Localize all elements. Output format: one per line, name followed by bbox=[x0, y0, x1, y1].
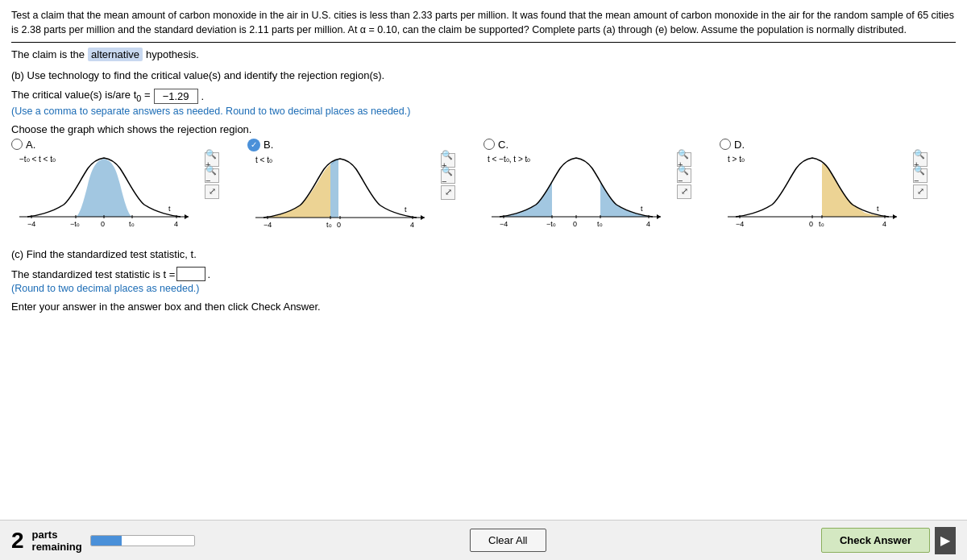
svg-text:t < t₀: t < t₀ bbox=[255, 156, 272, 164]
svg-text:0: 0 bbox=[573, 220, 577, 228]
svg-text:−4: −4 bbox=[500, 220, 508, 228]
svg-text:t₀: t₀ bbox=[819, 220, 824, 228]
svg-text:t > t₀: t > t₀ bbox=[728, 155, 745, 164]
part-c-input-line: The standardized test statistic is t = . bbox=[11, 267, 956, 281]
chart-A: −t₀ < t < t₀ bbox=[11, 152, 197, 241]
claim-highlight: alternative bbox=[88, 48, 143, 61]
critical-prefix: The critical value(s) is/are t0 = bbox=[11, 89, 151, 103]
graph-label-B: B. bbox=[264, 139, 273, 151]
critical-value-line: The critical value(s) is/are t0 = −1.29 … bbox=[11, 89, 956, 104]
graph-option-B-header[interactable]: ✓ B. bbox=[247, 139, 273, 151]
checkmark-B[interactable]: ✓ bbox=[247, 139, 260, 151]
graph-option-D-header[interactable]: D. bbox=[720, 139, 745, 151]
chart-C: t < −t₀, t > t₀ t bbox=[484, 152, 669, 241]
svg-text:−4: −4 bbox=[736, 220, 744, 228]
graph-wrapper-B: 🔍+ 🔍− ⤢ t < t₀ bbox=[247, 153, 457, 242]
graph-controls-D[interactable]: 🔍+ 🔍− ⤢ bbox=[913, 152, 928, 199]
part-c-label: (c) Find the standardized test statistic… bbox=[11, 247, 956, 263]
svg-text:−t₀: −t₀ bbox=[546, 220, 556, 228]
graph-wrapper-D: 🔍+ 🔍− ⤢ t > t₀ t bbox=[720, 152, 929, 241]
graph-option-D[interactable]: D. 🔍+ 🔍− ⤢ t > t₀ bbox=[720, 139, 956, 241]
progress-bar-fill bbox=[91, 536, 122, 545]
critical-value-box: −1.29 bbox=[154, 89, 198, 104]
claim-suffix: hypothesis. bbox=[146, 48, 199, 60]
part-c-section: (c) Find the standardized test statistic… bbox=[11, 247, 956, 295]
svg-text:−4: −4 bbox=[27, 220, 35, 228]
expand-B[interactable]: ⤢ bbox=[441, 185, 455, 200]
chart-D: t > t₀ t −4 0 bbox=[720, 152, 905, 241]
next-arrow-button[interactable]: ▶ bbox=[935, 527, 956, 554]
claim-prefix: The claim is the bbox=[11, 48, 85, 60]
expand-A[interactable]: ⤢ bbox=[205, 185, 219, 199]
svg-text:−t₀: −t₀ bbox=[70, 220, 80, 228]
critical-period: . bbox=[201, 90, 205, 102]
bottom-center[interactable]: Clear All bbox=[470, 529, 546, 552]
graph-wrapper-C: 🔍+ 🔍− ⤢ t < −t₀, t > t₀ bbox=[484, 152, 693, 241]
part-c-prefix: The standardized test statistic is t = bbox=[11, 268, 175, 280]
svg-text:t₀: t₀ bbox=[597, 220, 603, 228]
radio-A[interactable] bbox=[11, 139, 23, 150]
graph-label-A: A. bbox=[26, 139, 35, 151]
svg-text:4: 4 bbox=[410, 221, 414, 229]
problem-text: Test a claim that the mean amount of car… bbox=[11, 8, 956, 43]
t-statistic-input[interactable] bbox=[176, 267, 205, 281]
svg-marker-18 bbox=[421, 215, 425, 220]
svg-text:t: t bbox=[641, 205, 643, 213]
svg-text:0: 0 bbox=[809, 220, 813, 228]
graphs-row: A. 🔍+ 🔍− ⤢ −t₀ < t < t₀ bbox=[11, 139, 956, 242]
svg-text:t < −t₀, t > t₀: t < −t₀, t > t₀ bbox=[488, 155, 530, 164]
svg-marker-44 bbox=[893, 214, 897, 219]
graph-option-B[interactable]: ✓ B. 🔍+ 🔍− ⤢ t < t₀ bbox=[247, 139, 484, 242]
bottom-bar: 2 parts remaining Clear All Check Answer… bbox=[0, 520, 967, 560]
remaining-label: remaining bbox=[32, 541, 82, 553]
graph-option-C[interactable]: C. 🔍+ 🔍− ⤢ t < −t₀, t > t₀ bbox=[484, 139, 720, 241]
svg-marker-30 bbox=[657, 214, 661, 219]
svg-text:−t₀ < t < t₀: −t₀ < t < t₀ bbox=[19, 155, 56, 164]
svg-text:t₀: t₀ bbox=[326, 221, 332, 229]
graph-controls-A[interactable]: 🔍+ 🔍− ⤢ bbox=[205, 152, 219, 199]
bottom-left: 2 parts remaining bbox=[11, 529, 195, 553]
expand-C[interactable]: ⤢ bbox=[677, 185, 691, 199]
svg-text:4: 4 bbox=[174, 220, 178, 228]
svg-text:t: t bbox=[877, 205, 879, 213]
svg-text:t₀: t₀ bbox=[129, 220, 135, 228]
svg-marker-4 bbox=[185, 214, 189, 219]
svg-text:0: 0 bbox=[101, 220, 105, 228]
svg-text:4: 4 bbox=[646, 220, 650, 228]
zoom-out-B[interactable]: 🔍− bbox=[441, 169, 455, 184]
parts-info: parts remaining bbox=[32, 529, 82, 553]
clear-all-button[interactable]: Clear All bbox=[470, 529, 546, 552]
graph-option-A-header[interactable]: A. bbox=[11, 139, 35, 151]
graph-section-label: Choose the graph which shows the rejecti… bbox=[11, 123, 956, 135]
chart-B: t < t₀ t bbox=[247, 153, 433, 242]
graph-controls-C[interactable]: 🔍+ 🔍− ⤢ bbox=[677, 152, 691, 199]
svg-text:t: t bbox=[168, 205, 171, 213]
zoom-out-C[interactable]: 🔍− bbox=[677, 168, 691, 183]
radio-D[interactable] bbox=[720, 139, 731, 150]
zoom-out-D[interactable]: 🔍− bbox=[913, 168, 928, 183]
radio-C[interactable] bbox=[484, 139, 495, 150]
part-b-label: (b) Use technology to find the critical … bbox=[11, 68, 956, 84]
graph-label-C: C. bbox=[498, 139, 508, 151]
zoom-out-A[interactable]: 🔍− bbox=[205, 168, 219, 183]
svg-text:4: 4 bbox=[882, 220, 886, 228]
svg-text:t: t bbox=[405, 205, 407, 214]
svg-text:0: 0 bbox=[337, 221, 341, 229]
check-answer-button[interactable]: Check Answer bbox=[821, 528, 930, 553]
svg-text:−4: −4 bbox=[264, 221, 272, 229]
part-c-period: . bbox=[207, 268, 210, 280]
claim-line: The claim is the alternative hypothesis. bbox=[11, 48, 956, 61]
graph-wrapper-A: 🔍+ 🔍− ⤢ −t₀ < t < t₀ bbox=[11, 152, 221, 241]
parts-label: parts bbox=[32, 529, 82, 541]
part-c-hint: (Round to two decimal places as needed.) bbox=[11, 283, 956, 294]
enter-answer-text: Enter your answer in the answer box and … bbox=[11, 301, 956, 313]
graph-label-D: D. bbox=[734, 139, 745, 151]
bottom-right[interactable]: Check Answer ▶ bbox=[821, 527, 956, 554]
problem-statement: Test a claim that the mean amount of car… bbox=[11, 10, 954, 35]
expand-D[interactable]: ⤢ bbox=[913, 185, 928, 199]
graph-section: Choose the graph which shows the rejecti… bbox=[11, 123, 956, 242]
graph-controls-B[interactable]: 🔍+ 🔍− ⤢ bbox=[441, 153, 455, 200]
graph-option-C-header[interactable]: C. bbox=[484, 139, 508, 151]
graph-option-A[interactable]: A. 🔍+ 🔍− ⤢ −t₀ < t < t₀ bbox=[11, 139, 247, 241]
critical-hint: (Use a comma to separate answers as need… bbox=[11, 106, 956, 117]
